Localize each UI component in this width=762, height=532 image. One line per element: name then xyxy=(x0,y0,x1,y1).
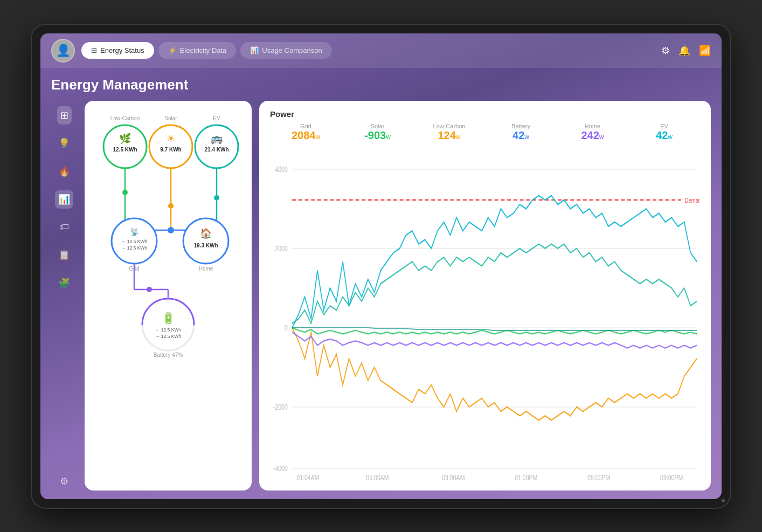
svg-text:09:00AM: 09:00AM xyxy=(442,472,465,481)
svg-text:Home: Home xyxy=(199,266,213,272)
svg-text:→ 12.5 KWh: → 12.5 KWh xyxy=(121,245,147,251)
svg-text:-2000: -2000 xyxy=(273,402,288,411)
sidebar: ⊞ 💡 🔥 📊 🏷 📋 🧩 ⚙ xyxy=(51,101,77,490)
svg-text:21.4 KWh: 21.4 KWh xyxy=(204,147,228,153)
svg-text:EV: EV xyxy=(213,115,220,121)
page-title: Energy Management xyxy=(51,77,711,93)
avatar-icon: 👤 xyxy=(56,44,71,58)
electricity-data-label: Electricity Data xyxy=(180,46,227,54)
avatar: 👤 xyxy=(51,39,75,63)
tab-electricity-data[interactable]: ⚡ Electricity Data xyxy=(158,42,237,59)
power-chart-card: Power Grid 2084w Solar -903w Low-Carbon xyxy=(259,101,711,490)
svg-text:05:00PM: 05:00PM xyxy=(587,472,610,481)
svg-point-34 xyxy=(147,287,152,292)
svg-text:4000: 4000 xyxy=(275,164,287,173)
svg-point-21 xyxy=(168,227,174,233)
svg-text:← 12.5 KWh: ← 12.5 KWh xyxy=(121,239,147,244)
screen: 👤 ⊞ Energy Status ⚡ Electricity Data 📊 U… xyxy=(40,33,722,499)
tab-usage-comparison[interactable]: 📊 Usage Comparison xyxy=(240,42,331,59)
header-icons: ⚙ 🔔 📶 xyxy=(661,45,711,57)
svg-point-16 xyxy=(168,203,174,209)
stat-solar-label: Solar xyxy=(342,123,413,129)
notification-icon[interactable]: 🔔 xyxy=(678,45,690,57)
stat-solar: Solar -903w xyxy=(342,123,413,142)
stat-battery-label: Battery xyxy=(485,123,557,129)
svg-text:19.3 KWh: 19.3 KWh xyxy=(193,243,218,248)
svg-text:0: 0 xyxy=(285,323,288,332)
stat-solar-value: -903w xyxy=(364,129,391,141)
stat-ev-value: 42w xyxy=(656,129,673,141)
svg-point-14 xyxy=(122,190,128,195)
device-frame: 👤 ⊞ Energy Status ⚡ Electricity Data 📊 U… xyxy=(31,24,731,509)
svg-text:Battery 47%: Battery 47% xyxy=(154,352,183,358)
svg-text:-4000: -4000 xyxy=(273,464,288,473)
usage-comparison-label: Usage Comparison xyxy=(262,46,322,54)
svg-text:05:00AM: 05:00AM xyxy=(366,472,389,481)
power-chart-svg: 4000 2000 0 -2000 -4000 xyxy=(270,147,700,482)
stat-grid-label: Grid xyxy=(270,123,342,129)
svg-text:🏠: 🏠 xyxy=(200,227,212,239)
sidebar-item-clipboard[interactable]: 📋 xyxy=(55,246,73,264)
wifi-icon: 📶 xyxy=(699,45,711,57)
sidebar-item-settings[interactable]: ⚙ xyxy=(57,472,72,490)
main-content: Energy Management ⊞ 💡 🔥 📊 🏷 📋 🧩 ⚙ xyxy=(40,68,722,499)
svg-text:→ 12.5 KWh: → 12.5 KWh xyxy=(155,334,181,339)
sidebar-item-tag[interactable]: 🏷 xyxy=(56,218,72,236)
stat-low-carbon-value: 124w xyxy=(438,129,460,141)
settings-icon[interactable]: ⚙ xyxy=(661,45,670,57)
stat-low-carbon: Low-Carbon 124w xyxy=(413,123,485,142)
svg-text:← 12.5 KWh: ← 12.5 KWh xyxy=(155,327,181,333)
sidebar-item-energy[interactable]: 🔥 xyxy=(55,162,73,181)
energy-status-label: Energy Status xyxy=(100,46,144,54)
chart-title: Power xyxy=(270,109,700,119)
svg-text:12.5 KWh: 12.5 KWh xyxy=(113,147,137,153)
sidebar-item-bulb[interactable]: 💡 xyxy=(55,134,73,153)
svg-text:2000: 2000 xyxy=(275,244,287,253)
svg-text:☀: ☀ xyxy=(167,133,175,144)
electricity-data-icon: ⚡ xyxy=(168,46,177,54)
stat-ev: EV 42w xyxy=(628,123,700,142)
energy-flow-svg: Low-Carbon Solar EV 🌿 12.5 KWh ☀ 9.7 KWh xyxy=(95,112,241,360)
stat-grid-value: 2084w xyxy=(292,129,320,141)
usage-comparison-icon: 📊 xyxy=(250,46,259,54)
energy-status-icon: ⊞ xyxy=(91,46,97,54)
sidebar-item-puzzle[interactable]: 🧩 xyxy=(55,274,73,292)
svg-text:Low-Carbon: Low-Carbon xyxy=(110,115,140,121)
svg-text:🔋: 🔋 xyxy=(162,312,175,324)
stat-home-value: 242w xyxy=(581,129,604,141)
device-dot xyxy=(722,499,725,502)
stat-home-label: Home xyxy=(557,123,628,129)
stat-ev-label: EV xyxy=(628,123,700,129)
power-stats: Grid 2084w Solar -903w Low-Carbon 124w xyxy=(270,123,700,142)
svg-text:9.7 KWh: 9.7 KWh xyxy=(160,147,181,153)
header: 👤 ⊞ Energy Status ⚡ Electricity Data 📊 U… xyxy=(40,33,722,68)
stat-battery-value: 42w xyxy=(512,129,529,141)
svg-text:Solar: Solar xyxy=(164,115,177,121)
svg-text:🚌: 🚌 xyxy=(211,133,223,144)
nav-tabs: ⊞ Energy Status ⚡ Electricity Data 📊 Usa… xyxy=(81,42,655,59)
svg-point-19 xyxy=(214,195,219,201)
stat-grid: Grid 2084w xyxy=(270,123,342,142)
svg-text:01:04AM: 01:04AM xyxy=(296,472,319,481)
svg-text:🌿: 🌿 xyxy=(119,133,131,144)
svg-text:Demand Baseline: Demand Baseline xyxy=(685,196,700,204)
stat-battery: Battery 42w xyxy=(485,123,557,142)
svg-text:09:00PM: 09:00PM xyxy=(660,472,683,481)
sidebar-item-dashboard[interactable]: ⊞ xyxy=(57,106,72,125)
chart-area: 4000 2000 0 -2000 -4000 xyxy=(270,147,700,482)
svg-point-27 xyxy=(183,218,228,264)
tab-energy-status[interactable]: ⊞ Energy Status xyxy=(81,42,154,59)
stat-home: Home 242w xyxy=(557,123,628,142)
energy-flow-card: Low-Carbon Solar EV 🌿 12.5 KWh ☀ 9.7 KWh xyxy=(85,101,252,490)
sidebar-item-chart[interactable]: 📊 xyxy=(55,190,73,209)
stat-low-carbon-label: Low-Carbon xyxy=(413,123,485,129)
svg-text:01:00PM: 01:00PM xyxy=(515,472,537,481)
svg-text:📡: 📡 xyxy=(130,227,140,237)
